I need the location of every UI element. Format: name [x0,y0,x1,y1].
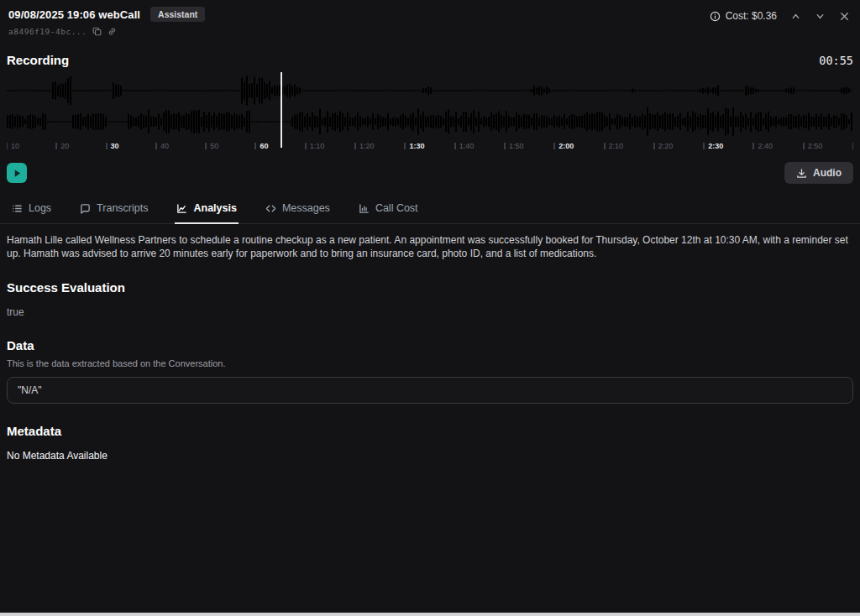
bottom-page-edge [0,613,860,616]
timeline-tick: 2:40 [753,142,803,150]
tab-logs[interactable]: Logs [10,197,53,224]
success-evaluation-value: true [7,306,853,318]
playhead[interactable] [281,72,282,148]
cost-label: Cost: $0.36 [710,10,777,22]
extracted-data-box[interactable]: "N/A" [7,377,853,404]
timeline[interactable]: 1020304050601:101:201:301:401:502:002:10… [7,139,853,152]
play-button[interactable] [7,163,27,183]
data-title: Data [7,338,853,352]
bar-chart-icon [359,203,370,214]
copy-icon [92,27,102,36]
timeline-tick: 20 [56,142,106,150]
assistant-badge: Assistant [150,7,205,22]
tab-bar: LogsTranscriptsAnalysisMessagesCall Cost [0,197,860,224]
tab-label: Transcripts [97,202,148,214]
call-id: a8496f19-4bc... [8,27,87,36]
download-icon [796,168,807,179]
tab-label: Analysis [193,202,236,214]
list-icon [12,203,23,214]
tab-call-cost[interactable]: Call Cost [357,197,420,224]
tab-analysis[interactable]: Analysis [175,197,238,224]
recording-title: Recording [7,53,69,67]
chevron-down-icon [815,11,826,22]
chevron-up-icon [790,11,801,22]
waveform[interactable] [7,74,853,138]
timeline-tick: 1:30 [405,142,454,150]
success-evaluation-title: Success Evaluation [7,280,853,295]
timeline-tick: 2:10 [605,142,654,150]
tab-label: Messages [282,202,330,214]
call-summary-text: Hamath Lille called Wellness Partners to… [7,234,853,260]
tab-label: Logs [29,202,51,214]
timeline-tick: 2:00 [554,142,604,150]
timeline-tick: 1:50 [505,142,554,150]
timeline-tick: 1:20 [355,142,405,150]
timeline-tick: 2:50 [804,142,853,150]
analysis-panel: Hamath Lille called Wellness Partners to… [0,224,860,472]
close-icon [839,11,850,22]
tab-label: Call Cost [375,202,418,214]
header: 09/08/2025 19:06 webCall Assistant a8496… [0,0,860,38]
waveform-canvas [7,74,853,138]
timeline-tick: 2:20 [654,142,704,150]
activity-chart-icon [176,203,187,214]
link-button[interactable] [108,27,117,36]
cost-info-icon [710,11,721,22]
timeline-tick: 10 [7,142,56,150]
data-description: This is the data extracted based on the … [7,358,853,368]
extracted-data-value: "N/A" [18,384,42,396]
timeline-tick: 2:30 [704,142,753,150]
page-title: 09/08/2025 19:06 webCall [8,8,140,21]
chevron-up-button[interactable] [790,11,801,22]
code-icon [265,203,276,214]
timeline-tick: 30 [107,142,156,150]
metadata-value: No Metadata Available [7,450,853,462]
timeline-tick: 50 [206,142,255,150]
timeline-tick: 1:10 [306,142,355,150]
tab-transcripts[interactable]: Transcripts [78,197,149,224]
timeline-tick: 40 [156,142,206,150]
chat-icon [80,203,91,214]
timeline-tick: 1:40 [455,142,505,150]
copy-button[interactable] [92,27,102,36]
play-icon [13,169,22,178]
waveform-area: 1020304050601:101:201:301:401:502:002:10… [7,74,853,152]
chevron-down-button[interactable] [815,11,826,22]
link-icon [108,27,117,36]
audio-download-button[interactable]: Audio [784,162,853,184]
recording-duration: 00:55 [819,54,853,67]
recording-section: Recording 00:55 1020304050601:101:201:30… [0,53,860,184]
metadata-title: Metadata [7,424,853,438]
tab-messages[interactable]: Messages [264,197,332,224]
close-button[interactable] [839,11,850,22]
